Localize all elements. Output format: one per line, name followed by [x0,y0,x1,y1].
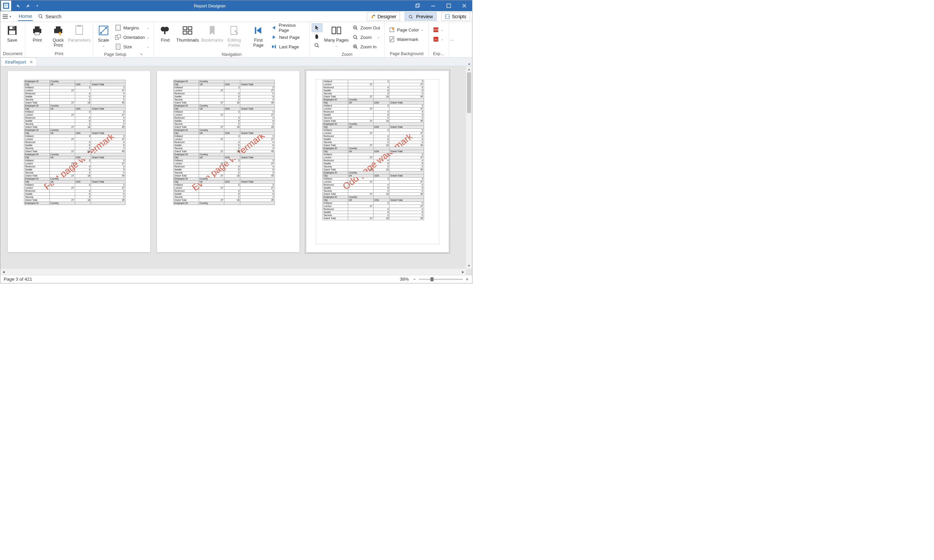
previous-page-button[interactable]: Previous Page [269,23,307,32]
restore-extra-icon[interactable] [410,0,425,11]
svg-rect-19 [35,26,40,29]
file-menu-button[interactable]: ▾ [2,13,11,20]
svg-rect-16 [9,31,15,34]
zoom-minus-button[interactable]: − [413,276,416,282]
magnifier-tool-button[interactable] [312,41,322,50]
preview-page[interactable]: Even page watermarkEmployee IDCountryCit… [157,71,299,252]
svg-text:PDF: PDF [434,29,439,31]
zoom-in-button[interactable]: Zoom In [350,42,382,51]
thumbnails-button[interactable]: Thumbnails [176,23,200,43]
tab-home[interactable]: Home [18,12,33,21]
window-title: Report Designer [44,3,410,8]
bookmarks-button: Bookmarks [201,23,224,43]
designer-mode-button[interactable]: Designer [367,12,400,21]
group-document: Document [2,51,23,57]
undo-icon[interactable] [14,2,23,10]
qat-dropdown-icon[interactable]: ▾ [33,2,42,10]
zoom-plus-button[interactable]: + [465,276,469,282]
maximize-button[interactable] [441,0,456,11]
app-icon [1,1,11,11]
preview-page[interactable]: First page watermarkEmployee IDCountryCi… [8,71,150,252]
preview-workspace: First page watermarkEmployee IDCountryCi… [0,66,472,275]
svg-rect-4 [416,5,419,8]
minimize-button[interactable] [425,0,441,11]
status-bar: Page 3 of 421 38% − + [0,275,472,283]
horizontal-scrollbar[interactable]: ◀▶ [0,269,466,275]
svg-point-48 [392,28,394,30]
doctab-xtrareport[interactable]: XtraReport✕ [1,57,37,66]
hand-tool-button[interactable] [312,32,322,41]
last-page-button[interactable]: Last Page [269,42,307,51]
size-button[interactable]: Size⌄ [113,42,152,51]
close-icon[interactable]: ✕ [29,60,33,65]
report-table: Kirkland33London2727Redmond44Seattle99Ta… [322,80,424,220]
svg-rect-42 [332,27,336,34]
ribbon-collapse-button[interactable]: ︿ [449,22,455,57]
pointer-tool-button[interactable] [312,23,322,32]
svg-rect-20 [35,32,40,35]
zoom-value: 38% [400,277,409,282]
svg-rect-3 [5,6,8,6]
svg-rect-26 [116,25,120,31]
scale-button[interactable]: Scale⌄ [95,23,112,47]
svg-rect-22 [56,26,60,29]
orientation-button[interactable]: Orientation⌄ [113,33,152,42]
page-setup-launcher[interactable]: ↘ [140,52,142,57]
margins-button[interactable]: Margins⌄ [113,23,152,32]
svg-rect-40 [275,45,276,48]
find-button[interactable]: Find [156,23,175,43]
svg-rect-43 [337,27,341,34]
zoom-slider[interactable] [419,278,463,280]
ribbon-tabs: ▾ Home Search Designer Preview Scripts [0,11,472,22]
svg-rect-24 [77,25,81,27]
document-tabs: XtraReport✕ ▾ [0,57,472,66]
svg-rect-34 [183,27,187,30]
export-pdf-button[interactable]: PDF⌄ [431,25,446,34]
page-color-button[interactable]: Page Color⌄ [387,25,426,34]
svg-rect-5 [416,4,420,7]
svg-rect-7 [447,4,451,8]
report-table: Employee IDCountryCityUKUSAGrand TotalKi… [173,80,275,205]
save-button[interactable]: Save [2,23,22,43]
svg-rect-29 [117,35,121,38]
zoom-out-button[interactable]: Zoom Out [350,23,382,32]
page-indicator: Page 3 of 421 [4,277,32,282]
report-table: Employee IDCountryCityUKUSAGrand TotalKi… [24,80,126,205]
vertical-scrollbar[interactable]: ▲▼ [466,66,472,269]
print-button[interactable]: Print [28,23,47,43]
svg-point-32 [164,27,169,31]
svg-rect-21 [54,29,62,33]
ribbon: Save Document Print Quick Print Paramete… [0,22,472,57]
group-export: Exp… [431,51,447,57]
title-bar: ▾ Report Designer [0,0,472,11]
svg-rect-9 [3,16,8,17]
first-page-button[interactable]: First Page [249,23,268,48]
svg-point-41 [315,43,318,46]
preview-mode-button[interactable]: Preview [405,12,436,21]
redo-icon[interactable] [23,2,32,10]
svg-point-11 [39,15,42,18]
next-page-button[interactable]: Next Page [269,33,307,42]
editing-fields-button: Editing Fields [225,23,244,48]
watermark-button[interactable]: Watermark [387,35,426,44]
group-navigation: Navigation [156,51,307,58]
svg-rect-23 [76,26,83,34]
search-label: Search [45,14,62,19]
parameters-button: Parameters [69,23,89,43]
send-pdf-button[interactable]: ⌄ [431,35,446,44]
doctabs-dropdown[interactable]: ▾ [466,62,472,66]
tab-search[interactable]: Search [37,12,62,21]
preview-page[interactable]: Odd page watermarkKirkland33London2727Re… [306,71,449,252]
zoom-button[interactable]: Zoom⌄ [350,33,382,42]
group-page-bg: Page Background [387,51,426,57]
scripts-mode-button[interactable]: Scripts [441,12,470,21]
svg-point-45 [353,35,356,38]
svg-rect-6 [431,6,435,6]
group-print: Print [28,51,91,57]
quick-print-button[interactable]: Quick Print [48,23,68,48]
svg-rect-36 [183,31,187,34]
svg-rect-27 [117,26,119,29]
many-pages-button[interactable]: Many Pages⌄ [324,23,349,47]
svg-rect-13 [445,15,449,18]
close-button[interactable] [456,0,472,11]
